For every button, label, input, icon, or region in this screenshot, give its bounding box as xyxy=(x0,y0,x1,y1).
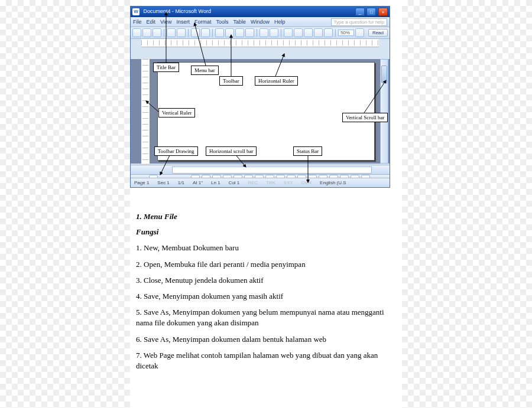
print-preview-icon[interactable] xyxy=(177,28,186,37)
status-page: Page 1 xyxy=(134,180,149,185)
read-layout-button[interactable]: Read xyxy=(368,29,388,37)
vertical-scrollbar[interactable] xyxy=(380,59,388,164)
paste-icon[interactable] xyxy=(235,28,244,37)
minimize-icon[interactable]: _ xyxy=(355,8,365,16)
drawing-icon[interactable] xyxy=(324,28,333,37)
status-trk: TRK xyxy=(266,180,275,185)
redo-icon[interactable] xyxy=(270,28,278,37)
print-icon[interactable] xyxy=(167,28,176,37)
status-rec: REC xyxy=(248,180,258,185)
status-ln: Ln 1 xyxy=(211,180,220,185)
list-item: 1. New, Membuat Dokumen baru xyxy=(136,243,396,253)
horizontal-scrollbar[interactable] xyxy=(172,167,372,174)
open-icon[interactable] xyxy=(142,28,151,37)
close-icon[interactable]: × xyxy=(378,8,388,16)
cut-icon[interactable] xyxy=(215,28,224,37)
list-item: 4. Save, Menyimpan dokumen yang masih ak… xyxy=(136,291,396,302)
insert-table-icon[interactable] xyxy=(304,28,313,37)
menu-format[interactable]: Format xyxy=(194,19,212,25)
new-doc-icon[interactable] xyxy=(132,28,141,37)
spellcheck-icon[interactable] xyxy=(191,28,200,37)
status-at: At 1" xyxy=(193,180,203,185)
word-titlebar: W Document4 - Microsoft Word _ □ × xyxy=(131,6,390,17)
menu-edit[interactable]: Edit xyxy=(147,19,156,25)
menu-window[interactable]: Window xyxy=(251,19,270,25)
copy-icon[interactable] xyxy=(225,28,234,37)
vertical-ruler[interactable] xyxy=(141,59,150,164)
menu-view[interactable]: View xyxy=(160,19,171,25)
menu-file[interactable]: File xyxy=(133,19,142,25)
maximize-icon[interactable]: □ xyxy=(366,8,376,16)
undo-icon[interactable] xyxy=(259,28,268,37)
section-heading: 1. Menu File xyxy=(136,211,396,222)
hyperlink-icon[interactable] xyxy=(284,28,293,37)
callout-horizontal-scroll: Horizontal scroll bar xyxy=(206,146,257,156)
status-col: Col 1 xyxy=(229,180,240,185)
callout-horizontal-ruler: Horizontal Ruler xyxy=(255,76,298,86)
word-window-screenshot: W Document4 - Microsoft Word _ □ × File … xyxy=(130,6,390,188)
word-menubar: File Edit View Insert Format Tools Table… xyxy=(131,17,390,27)
tables-borders-icon[interactable] xyxy=(294,28,303,37)
window-buttons: _ □ × xyxy=(355,8,388,16)
help-icon[interactable] xyxy=(355,28,364,37)
callout-title-bar: Title Bar xyxy=(153,63,179,72)
menu-tools[interactable]: Tools xyxy=(216,19,228,25)
list-item: 2. Open, Membuka file dari peranti / med… xyxy=(136,259,396,270)
word-statusbar: Page 1 Sec 1 1/1 At 1" Ln 1 Col 1 REC TR… xyxy=(131,178,390,187)
status-sec: Sec 1 xyxy=(157,180,169,185)
list-item: 3. Close, Menutup jendela dokumen aktif xyxy=(136,275,396,286)
callout-vertical-ruler: Vertical Ruler xyxy=(158,108,195,117)
columns-icon[interactable] xyxy=(314,28,323,37)
save-icon[interactable] xyxy=(153,28,161,37)
menu-help[interactable]: Help xyxy=(274,19,286,25)
word-window-title: Document4 - Microsoft Word xyxy=(144,8,211,14)
status-lang: English (U.S xyxy=(320,180,346,185)
help-search-box[interactable]: Type a question for help xyxy=(331,18,387,26)
callout-toolbar: Toolbar xyxy=(219,76,243,86)
word-app-icon: W xyxy=(132,8,140,15)
format-painter-icon[interactable] xyxy=(245,28,254,37)
document-body-text: 1. Menu File Fungsi 1. New, Membuat Doku… xyxy=(136,207,396,377)
menu-table[interactable]: Table xyxy=(233,19,246,25)
status-pages: 1/1 xyxy=(178,180,184,185)
callout-toolbar-drawing: Toolbar Drawing xyxy=(154,146,198,156)
document-page: W Document4 - Microsoft Word _ □ × File … xyxy=(130,0,402,408)
menu-insert[interactable]: Insert xyxy=(176,19,190,25)
list-item: 7. Web Page melihat contoh tampilan hala… xyxy=(136,350,396,371)
word-standard-toolbar: 50% Read xyxy=(131,27,390,39)
research-icon[interactable] xyxy=(201,28,210,37)
status-ovr: OVR xyxy=(301,180,312,185)
horizontal-scroll-row xyxy=(131,165,390,174)
section-subheading: Fungsi xyxy=(136,227,396,237)
callout-vertical-scroll: Vertical Scroll bar xyxy=(342,113,388,122)
status-ext: EXT xyxy=(284,180,293,185)
callout-status-bar: Status Bar xyxy=(293,146,322,156)
callout-menu-bar: Menu bar xyxy=(191,66,219,75)
horizontal-ruler[interactable] xyxy=(141,39,379,47)
list-item: 5. Save As, Menyimpan dokumen yang belum… xyxy=(136,307,396,328)
scroll-thumb[interactable] xyxy=(381,66,387,83)
zoom-combo[interactable]: 50% xyxy=(338,30,354,36)
list-item: 6. Save As, Menyimpan dokumen dalam bent… xyxy=(136,334,396,345)
